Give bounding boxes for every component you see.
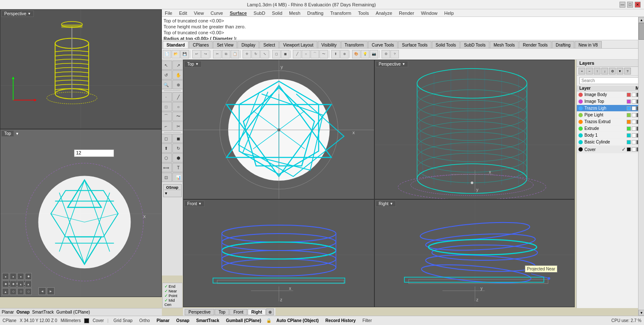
- vp-tab-add[interactable]: ⊕: [266, 308, 274, 315]
- tab-standard[interactable]: Standard: [163, 41, 188, 48]
- tab-solid-tools[interactable]: Solid Tools: [432, 41, 460, 48]
- smarttrack-label[interactable]: SmartTrack: [32, 310, 54, 314]
- layer-row-trazos-ligh[interactable]: Trazos Ligh: [577, 105, 644, 112]
- osnap-toggle[interactable]: ▼: [164, 191, 180, 196]
- status-auto-cplane[interactable]: Auto CPlane (Object): [275, 318, 320, 323]
- tab-mesh-tools[interactable]: Mesh Tools: [490, 41, 518, 48]
- status-color-swatch[interactable]: [84, 318, 89, 323]
- scrollbar-right[interactable]: ▲ ▼: [638, 17, 644, 316]
- vp-tab-perspective[interactable]: Perspective: [185, 309, 214, 315]
- viewport-perspective-main-label[interactable]: Perspective ▼: [376, 61, 408, 67]
- tb-sel2[interactable]: ◼: [281, 50, 289, 58]
- tab-curve-tools[interactable]: Curve Tools: [368, 41, 398, 48]
- layer-row-basic-cylinde[interactable]: Basic Cylinde: [577, 139, 644, 146]
- tab-cplanes[interactable]: CPlanes: [189, 41, 213, 48]
- menu-drafting[interactable]: Drafting: [306, 11, 325, 16]
- status-osnap[interactable]: Osnap: [175, 318, 191, 323]
- tab-drafting[interactable]: Drafting: [552, 41, 574, 48]
- layer-row-body1[interactable]: Body 1: [577, 132, 644, 139]
- layer-vis-8[interactable]: [632, 147, 636, 151]
- input-value-box[interactable]: 12: [74, 149, 114, 157]
- tool-icon-12[interactable]: ◇: [25, 288, 32, 295]
- tool-icon-5[interactable]: ◆: [2, 281, 9, 287]
- scroll-thumb[interactable]: [639, 23, 644, 40]
- tb-cut[interactable]: ✂: [213, 50, 221, 58]
- tb-extrude[interactable]: ⬆: [331, 50, 340, 58]
- tab-transform[interactable]: Transform: [341, 41, 368, 48]
- layer-settings-btn[interactable]: ⚙: [609, 68, 616, 74]
- tool-zoom2[interactable]: ⊕: [172, 80, 183, 89]
- tool-analysis[interactable]: 📊: [172, 173, 183, 182]
- viewport-right-main[interactable]: Right ▼ y z Projected Near: [374, 199, 575, 307]
- tool-revolve[interactable]: ↻: [172, 143, 183, 153]
- scroll-down-btn[interactable]: ▼: [639, 310, 644, 316]
- tool-extrude-tool[interactable]: ⬆: [162, 143, 172, 153]
- viewport-front-main[interactable]: Front ▼ x z: [183, 199, 374, 307]
- viewport-perspective-main[interactable]: Perspective ▼: [374, 60, 575, 199]
- layer-vis-0[interactable]: [632, 93, 636, 97]
- layer-color-1[interactable]: [627, 99, 631, 104]
- menu-render[interactable]: Render: [398, 11, 415, 16]
- tb-undo[interactable]: ↩: [192, 50, 201, 58]
- tab-select[interactable]: Select: [259, 41, 279, 48]
- tab-setview[interactable]: Set View: [213, 41, 237, 48]
- tab-new-v8[interactable]: New in V8: [575, 41, 602, 48]
- menu-curve[interactable]: Curve: [209, 11, 224, 16]
- menu-window[interactable]: Window: [420, 11, 439, 16]
- status-smarttrack[interactable]: SmartTrack: [194, 318, 221, 323]
- planar-label[interactable]: Planar: [2, 310, 14, 314]
- restore-button[interactable]: □: [627, 2, 633, 8]
- layer-filter-btn[interactable]: ▼: [617, 68, 623, 74]
- viewport-top-main[interactable]: Top ▼ x y: [183, 60, 374, 199]
- tb-camera[interactable]: 📷: [370, 50, 378, 58]
- menu-subd[interactable]: SubD: [252, 11, 267, 16]
- layer-vis-2[interactable]: [632, 106, 636, 110]
- status-gumball[interactable]: Gumball (CPlane): [224, 318, 263, 323]
- tool-surface[interactable]: ◻: [162, 134, 172, 143]
- layer-color-3[interactable]: [627, 113, 631, 117]
- tb-properties[interactable]: ⚙: [382, 50, 390, 58]
- layer-vis-1[interactable]: [632, 99, 636, 104]
- menu-file[interactable]: File: [164, 11, 174, 16]
- tool-mesh-tool[interactable]: ⬡: [162, 153, 172, 162]
- tool-subd[interactable]: ⬢: [172, 153, 183, 162]
- tool-icon-6[interactable]: ◆: [10, 281, 16, 287]
- layer-color-8[interactable]: [627, 147, 631, 151]
- layer-move-up-btn[interactable]: ↑: [594, 68, 600, 74]
- tb-arc[interactable]: ⌒: [311, 50, 319, 58]
- tool-icon-9[interactable]: ▲: [2, 288, 9, 295]
- layer-add-btn[interactable]: +: [579, 68, 585, 74]
- tool-icon-4[interactable]: ◆: [25, 273, 32, 280]
- tb-new[interactable]: 📄: [163, 50, 171, 58]
- status-ortho[interactable]: Ortho: [138, 318, 152, 323]
- menu-analyze[interactable]: Analyze: [374, 11, 393, 16]
- tab-display[interactable]: Display: [237, 41, 259, 48]
- next-button[interactable]: ►: [47, 287, 55, 295]
- menu-mesh[interactable]: Mesh: [288, 11, 302, 16]
- prev-button[interactable]: ◄: [38, 287, 46, 295]
- minimize-button[interactable]: —: [619, 2, 625, 8]
- tb-move[interactable]: ✛: [243, 50, 251, 58]
- tb-rotate[interactable]: ↻: [251, 50, 260, 58]
- tab-viewport-layout[interactable]: Viewport Layout: [279, 41, 317, 48]
- layer-row-cover[interactable]: Cover ✓: [577, 146, 644, 154]
- tool-rect[interactable]: □: [162, 102, 172, 111]
- menu-surface[interactable]: Surface: [229, 11, 248, 16]
- menu-solid[interactable]: Solid: [271, 11, 284, 16]
- tool-icon-8[interactable]: ▲: [25, 281, 32, 287]
- viewport-front-main-label[interactable]: Front ▼: [184, 201, 205, 207]
- tool-select2[interactable]: ↗: [172, 61, 183, 70]
- tb-render[interactable]: 🎨: [352, 50, 360, 58]
- layer-row-pipe-light[interactable]: Pipe Light: [577, 112, 644, 118]
- tb-boolean[interactable]: ⊕: [340, 50, 349, 58]
- layer-help-btn[interactable]: ?: [624, 68, 631, 74]
- layers-search-input[interactable]: [579, 77, 639, 84]
- menu-view[interactable]: View: [193, 11, 205, 16]
- menu-transform[interactable]: Transform: [329, 11, 353, 16]
- tb-line[interactable]: ╱: [293, 50, 301, 58]
- tool-text[interactable]: T: [172, 163, 183, 172]
- tool-rotate-view[interactable]: ↺: [162, 70, 172, 80]
- vp-tab-right[interactable]: Right: [248, 309, 266, 315]
- viewport-perspective-left-label[interactable]: Perspective ▼: [1, 11, 34, 17]
- close-button[interactable]: ✕: [635, 2, 641, 8]
